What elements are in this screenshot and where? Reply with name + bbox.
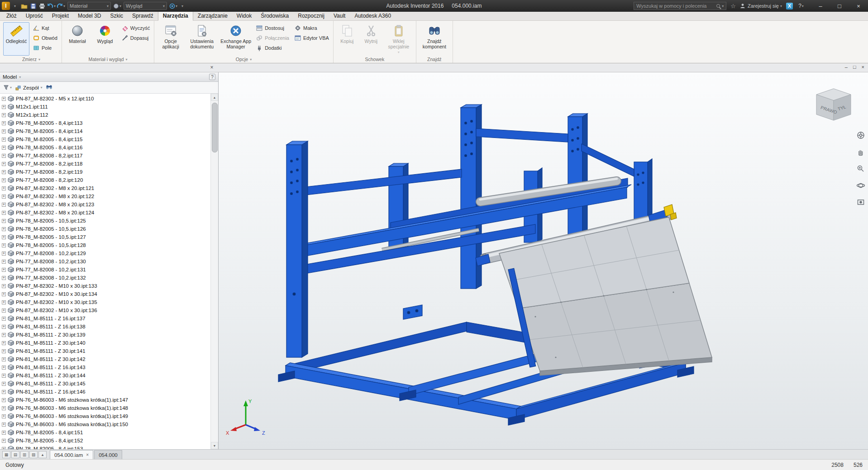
expand-icon[interactable]: + [2, 129, 6, 133]
expand-icon[interactable]: + [2, 227, 6, 231]
expand-icon[interactable]: + [2, 423, 6, 427]
navigation-wheel-icon[interactable] [856, 130, 866, 140]
group-label-options[interactable]: Opcje▾ [154, 56, 333, 63]
scroll-down-icon[interactable]: ▼ [211, 442, 218, 449]
tree-item[interactable]: + PN-78_M-82005 - 10,5.ipt:128 [2, 241, 210, 249]
tree-item[interactable]: + PN-81_M-85111 - Z 30.ipt:144 [2, 371, 210, 380]
expand-icon[interactable]: + [2, 349, 6, 353]
tree-item[interactable]: + PN-77_M-82008 - 10,2.ipt:131 [2, 266, 210, 274]
help-button[interactable]: ?▾ [797, 1, 805, 10]
expand-icon[interactable]: + [2, 252, 6, 256]
application-options-button[interactable]: Opcje aplikacji [157, 22, 185, 56]
appearance-combo[interactable]: Wygląd▾ [124, 2, 167, 10]
browser-title-dropdown-icon[interactable]: ▾ [19, 75, 21, 79]
open-icon[interactable] [20, 1, 28, 10]
material-combo[interactable]: Materiał▾ [67, 2, 111, 10]
ribbon-tab[interactable]: Złóż [2, 12, 21, 20]
tree-item[interactable]: + PN-87_M-82302 - M8 x 20.ipt:122 [2, 192, 210, 200]
expand-icon[interactable]: + [2, 390, 6, 394]
paste-special-button[interactable]: Wklej specjalnie ▾ [384, 22, 414, 56]
expand-icon[interactable]: + [2, 276, 6, 280]
measure-distance-button[interactable]: Odległość [3, 22, 29, 56]
group-label-find[interactable]: Znajdź [416, 56, 453, 63]
expand-icon[interactable]: + [2, 138, 6, 142]
expand-icon[interactable]: + [2, 300, 6, 304]
clear-appearance-button[interactable]: Wyczyść [119, 23, 152, 33]
tree-item[interactable]: + PN-87_M-82302 - M5 x 12.ipt:110 [2, 95, 210, 103]
expand-icon[interactable]: + [2, 333, 6, 337]
expand-icon[interactable]: + [2, 414, 6, 418]
tree-item[interactable]: + PN-78_M-82005 - 10,5.ipt:127 [2, 233, 210, 241]
tree-item[interactable]: + PN-77_M-82008 - 8,2.ipt:120 [2, 176, 210, 184]
tree-item[interactable]: + PN-78_M-82005 - 8,4.ipt:152 [2, 437, 210, 445]
ribbon-tab[interactable]: Środowiska [256, 12, 293, 20]
ribbon-tab[interactable]: Vault [329, 12, 350, 20]
tree-item[interactable]: + PN-81_M-85111 - Z 30.ipt:142 [2, 355, 210, 363]
orbit-icon[interactable] [856, 180, 866, 190]
save-icon[interactable] [29, 1, 37, 10]
filter-button[interactable]: ▾ [3, 85, 12, 90]
tree-item[interactable]: + PN-87_M-82302 - M10 x 30.ipt:134 [2, 290, 210, 298]
ribbon-tab[interactable]: Uprość [21, 12, 48, 20]
browser-header[interactable]: Model ▾ ? [0, 72, 218, 82]
app-menu-dropdown-icon[interactable]: ▾ [11, 1, 19, 10]
material-ball-icon[interactable]: ▾ [113, 1, 121, 10]
tree-item[interactable]: + PN-87_M-82302 - M10 x 30.ipt:136 [2, 306, 210, 314]
tile-windows-icon[interactable]: ▦ [2, 451, 10, 458]
expand-icon[interactable]: + [2, 235, 6, 239]
tree-item[interactable]: + PN-87_M-82302 - M8 x 20.ipt:124 [2, 209, 210, 217]
tree-item[interactable]: + PN-81_M-85111 - Z 16.ipt:146 [2, 388, 210, 396]
tree-item[interactable]: + PN-78_M-82005 - 8,4.ipt:114 [2, 127, 210, 135]
tree-item[interactable]: + PN-76_M-86003 - M6 stożkowa krótka(1).… [2, 404, 210, 412]
measure-loop-button[interactable]: Obwód [31, 33, 59, 43]
tree-item[interactable]: + PN-78_M-82005 - 10,5.ipt:125 [2, 217, 210, 225]
scroll-thumb[interactable] [212, 103, 218, 152]
expand-icon[interactable]: + [2, 243, 6, 247]
tree-item[interactable]: + PN-77_M-82008 - 8,2.ipt:117 [2, 152, 210, 160]
tree-item[interactable]: + PN-81_M-85111 - Z 16.ipt:137 [2, 314, 210, 323]
favorites-star-icon[interactable]: ☆ [730, 3, 736, 9]
tree-item[interactable]: + PN-78_M-82005 - 8,4.ipt:151 [2, 428, 210, 437]
qat-customize-icon[interactable]: ▾ [178, 1, 186, 10]
scroll-track[interactable] [211, 101, 218, 442]
expand-icon[interactable]: + [2, 170, 6, 174]
view-cube[interactable]: PRAWO TYŁ [810, 82, 857, 124]
expand-icon[interactable]: + [2, 406, 6, 410]
expand-icon[interactable]: + [2, 260, 6, 264]
window-close-icon[interactable]: × [849, 0, 868, 12]
tree-item[interactable]: + PN-77_M-82008 - 10,2.ipt:129 [2, 249, 210, 257]
expand-icon[interactable]: + [2, 146, 6, 150]
horizontal-tile-icon[interactable]: ▥ [20, 451, 29, 458]
tree-item[interactable]: + PN-76_M-86003 - M6 stożkowa krótka(1).… [2, 420, 210, 428]
tree-item[interactable]: + M12x1.ipt:111 [2, 103, 210, 111]
doc-restore-icon[interactable]: □ [853, 64, 856, 70]
tree-item[interactable]: + PN-77_M-82008 - 8,2.ipt:119 [2, 168, 210, 176]
document-tab[interactable]: 054.000.iam × [50, 450, 93, 459]
tree-item[interactable]: + PN-87_M-82302 - M8 x 20.ipt:123 [2, 200, 210, 209]
tree-item[interactable]: + PN-87_M-82302 - M10 x 30.ipt:133 [2, 282, 210, 290]
expand-tabs-icon[interactable]: ▴ [38, 451, 47, 458]
expand-icon[interactable]: + [2, 366, 6, 370]
copy-button[interactable]: Kopiuj [336, 22, 358, 56]
macros-button[interactable]: Makra [292, 23, 331, 33]
expand-icon[interactable]: + [2, 317, 6, 321]
cascade-windows-icon[interactable]: ▤ [11, 451, 19, 458]
expand-icon[interactable]: + [2, 162, 6, 166]
material-button[interactable]: Materiał [64, 22, 91, 56]
browser-scrollbar[interactable]: ▲ ▼ [210, 94, 218, 449]
expand-icon[interactable]: + [2, 113, 6, 117]
tree-item[interactable]: + PN-81_M-85111 - Z 16.ipt:138 [2, 323, 210, 331]
ribbon-tab[interactable]: Narzędzia [158, 11, 193, 21]
ribbon-tab[interactable]: Widok [232, 12, 256, 20]
redo-icon[interactable]: ▾ [57, 1, 65, 10]
tree-item[interactable]: + PN-81_M-85111 - Z 30.ipt:140 [2, 339, 210, 347]
ribbon-tab[interactable]: Autodesk A360 [350, 12, 396, 20]
search-icon[interactable] [716, 4, 720, 8]
expand-icon[interactable]: + [2, 292, 6, 296]
vertical-tile-icon[interactable]: ▨ [29, 451, 38, 458]
window-maximize-icon[interactable]: □ [830, 0, 849, 12]
expand-icon[interactable]: + [2, 431, 6, 435]
expand-icon[interactable]: + [2, 97, 6, 101]
tree-item[interactable]: + PN-78_M-82005 - 8,4.ipt:115 [2, 135, 210, 143]
tree-item[interactable]: + M12x1.ipt:112 [2, 111, 210, 119]
